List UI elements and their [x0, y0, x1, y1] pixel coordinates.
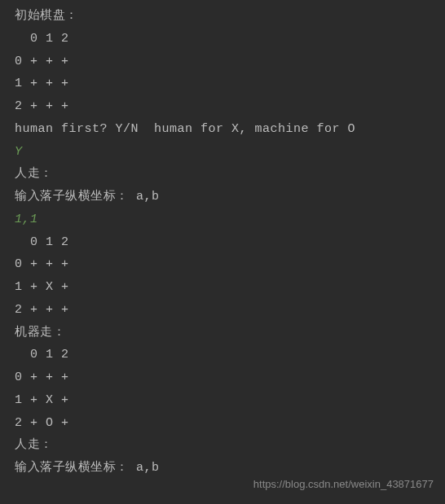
terminal-output-line: 0 1 2 — [15, 28, 430, 50]
terminal-output-line: 机器走： — [15, 322, 430, 344]
terminal-output-line: 1 + + + — [15, 72, 430, 95]
terminal-output-line: 人走： — [15, 434, 430, 457]
terminal-output-line: human first? Y/N human for X, machine fo… — [15, 118, 430, 141]
terminal-output-line: 1 + X + — [15, 276, 430, 299]
terminal-output-line: 2 + + + — [15, 299, 430, 322]
terminal-output-line: 2 + O + — [15, 412, 430, 435]
watermark-text: https://blog.csdn.net/weixin_43871677 — [253, 475, 434, 494]
terminal-output-line: 初始棋盘： — [15, 5, 430, 28]
terminal-output-line: 0 + + + — [15, 366, 430, 389]
terminal-output-line: 1 + X + — [15, 389, 430, 412]
terminal-output-line: 0 1 2 — [15, 344, 430, 366]
terminal-input-line: 1,1 — [15, 208, 430, 231]
terminal-output-line: 0 + + + — [15, 50, 430, 73]
terminal-output-line: 2 + + + — [15, 95, 430, 118]
terminal-output-line: 0 1 2 — [15, 231, 430, 254]
terminal-output-line: 0 + + + — [15, 253, 430, 276]
terminal-input-line: Y — [15, 141, 430, 164]
terminal-output-line: 人走： — [15, 163, 430, 186]
terminal-output-container: 初始棋盘： 0 1 20 + + +1 + + +2 + + +human fi… — [15, 5, 430, 480]
terminal-output-line: 输入落子纵横坐标： a,b — [15, 186, 430, 208]
